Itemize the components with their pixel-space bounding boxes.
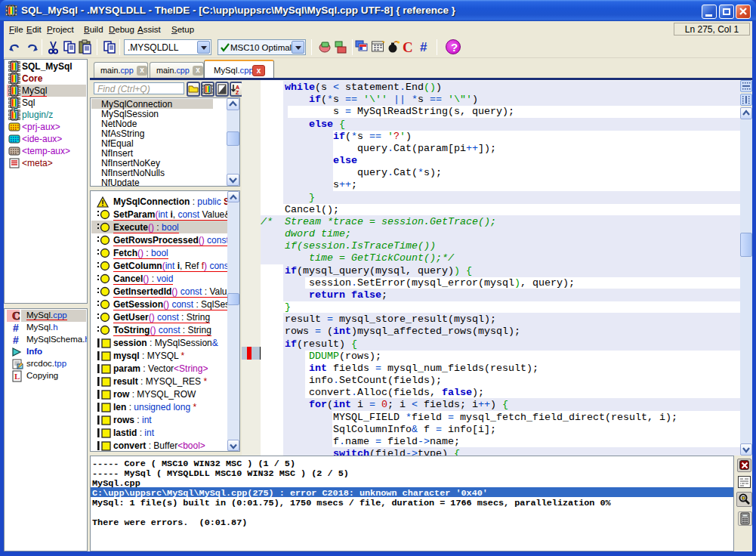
svg-text:Z: Z xyxy=(236,90,239,95)
svg-text:L: L xyxy=(14,372,20,381)
svg-text:#: # xyxy=(13,334,19,346)
svg-text:C: C xyxy=(12,310,20,322)
svg-text:A: A xyxy=(236,85,239,90)
svg-text:#: # xyxy=(13,322,19,334)
